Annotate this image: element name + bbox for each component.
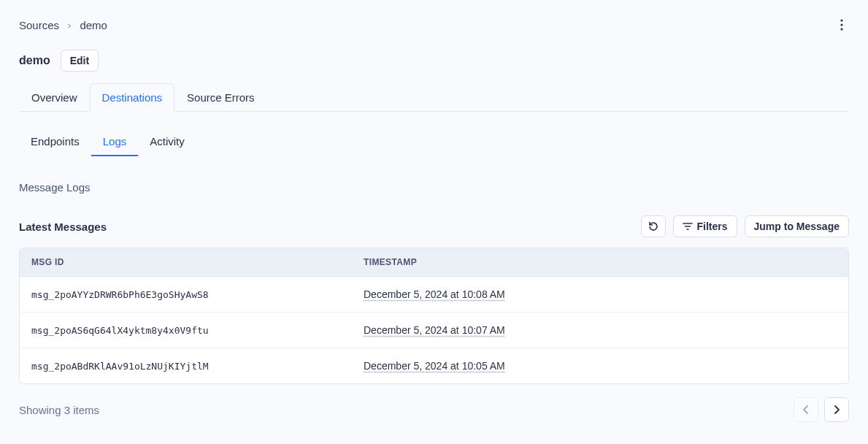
breadcrumb: Sources › demo (19, 19, 107, 31)
panel-title: Latest Messages (19, 221, 107, 233)
table-header-timestamp: TIMESTAMP (364, 257, 837, 267)
jump-to-message-button[interactable]: Jump to Message (745, 215, 849, 237)
messages-table: MSG ID TIMESTAMP msg_2poAYYzDRWR6bPh6E3g… (19, 248, 849, 384)
breadcrumb-current: demo (80, 19, 107, 31)
secondary-tabs: Endpoints Logs Activity (19, 128, 849, 156)
filters-button[interactable]: Filters (673, 215, 737, 237)
subtab-activity[interactable]: Activity (138, 128, 196, 156)
more-menu-button[interactable] (834, 16, 849, 34)
table-header-msg-id: MSG ID (31, 257, 364, 267)
page-title: demo (19, 54, 50, 67)
pager-prev-button (794, 397, 818, 422)
msg-timestamp: December 5, 2024 at 10:07 AM (364, 324, 505, 336)
subtab-endpoints[interactable]: Endpoints (19, 128, 91, 156)
pager-next-button[interactable] (824, 397, 849, 422)
chevron-right-icon: › (68, 20, 71, 31)
tab-source-errors[interactable]: Source Errors (174, 83, 267, 112)
chevron-left-icon (803, 405, 809, 414)
svg-point-2 (840, 28, 842, 30)
tab-overview[interactable]: Overview (19, 83, 90, 112)
breadcrumb-root-link[interactable]: Sources (19, 19, 59, 31)
filter-icon (683, 222, 693, 231)
kebab-icon (840, 19, 843, 31)
refresh-icon (648, 221, 659, 232)
primary-tabs: Overview Destinations Source Errors (19, 83, 849, 112)
section-label: Message Logs (19, 181, 849, 194)
table-row[interactable]: msg_2poAS6qG64lX4yktm8y4x0V9ftu December… (20, 313, 848, 348)
msg-timestamp: December 5, 2024 at 10:05 AM (364, 360, 505, 372)
subtab-logs[interactable]: Logs (91, 128, 139, 156)
svg-point-1 (840, 23, 842, 26)
edit-button[interactable]: Edit (61, 50, 99, 72)
filters-label: Filters (697, 221, 728, 232)
pager-summary: Showing 3 items (19, 404, 99, 416)
tab-destinations[interactable]: Destinations (90, 83, 175, 112)
svg-point-0 (840, 19, 842, 21)
table-header-row: MSG ID TIMESTAMP (20, 248, 848, 277)
chevron-right-icon (834, 405, 840, 414)
refresh-button[interactable] (641, 215, 666, 237)
msg-id: msg_2poAYYzDRWR6bPh6E3goSHyAwS8 (31, 289, 209, 300)
msg-timestamp: December 5, 2024 at 10:08 AM (364, 288, 505, 300)
msg-id: msg_2poAS6qG64lX4yktm8y4x0V9ftu (31, 325, 209, 336)
msg-id: msg_2poABdRKlAAv91oLzNUjKIYjtlM (31, 361, 209, 372)
table-row[interactable]: msg_2poAYYzDRWR6bPh6E3goSHyAwS8 December… (20, 277, 848, 313)
table-row[interactable]: msg_2poABdRKlAAv91oLzNUjKIYjtlM December… (20, 348, 848, 383)
